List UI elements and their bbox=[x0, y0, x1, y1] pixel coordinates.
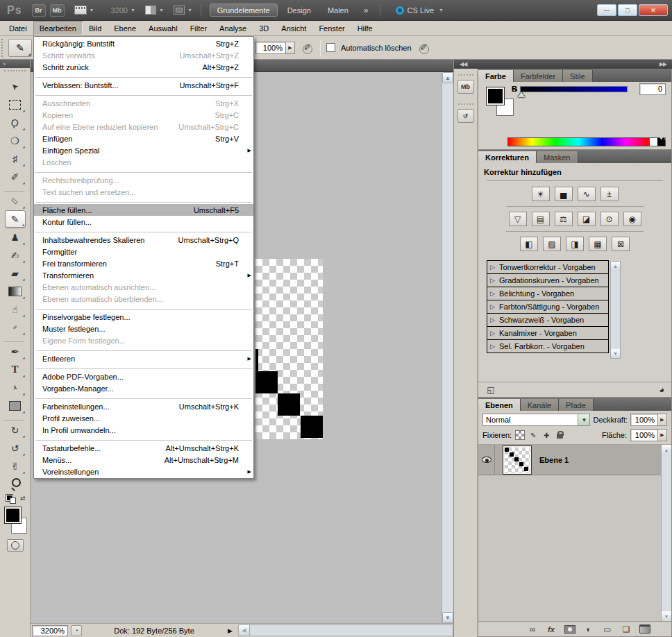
status-zoom-input[interactable]: 3200% bbox=[32, 625, 68, 636]
adjustment-preset-row[interactable]: ▷ Farbton/Sättigung - Vorgaben bbox=[487, 300, 609, 314]
link-layers-icon[interactable]: ∞ bbox=[527, 624, 538, 635]
status-menu-arrow-icon[interactable]: ▶ bbox=[228, 627, 233, 634]
menu-filter[interactable]: Filter bbox=[184, 21, 213, 35]
tablet-pressure-size-icon[interactable]: ✐ bbox=[417, 41, 431, 55]
layer-opacity-input[interactable]: 100% bbox=[630, 414, 658, 426]
mini-bridge-panel-icon[interactable]: Mb bbox=[457, 80, 474, 94]
menu-ansicht[interactable]: Ansicht bbox=[275, 21, 312, 35]
scroll-down-button[interactable]: ▼ bbox=[611, 349, 620, 358]
zoom-tool[interactable] bbox=[5, 475, 26, 493]
posterize-icon[interactable]: ▨ bbox=[543, 237, 561, 251]
adjustment-preset-row[interactable]: ▷ Schwarzweiß - Vorgaben bbox=[487, 313, 609, 327]
edit-menu-item[interactable]: Kopieren Strg+C bbox=[34, 109, 253, 121]
swap-colors-icon[interactable]: ⇄ bbox=[20, 495, 26, 502]
edit-menu-item[interactable]: Einfügen Strg+V bbox=[34, 133, 253, 144]
invert-icon[interactable]: ◧ bbox=[520, 237, 538, 251]
layers-scrollbar[interactable]: ▲ ▼ bbox=[661, 445, 671, 621]
zoom-level-dropdown[interactable]: 3200 ▼ bbox=[104, 6, 135, 15]
edit-menu-item[interactable]: Verblassen: Buntstift... Umschalt+Strg+F bbox=[34, 79, 253, 91]
expanded-view-icon[interactable]: ◱ bbox=[485, 384, 496, 396]
rectangle-tool[interactable] bbox=[5, 397, 26, 414]
edit-menu-item[interactable]: Inhaltsbewahrendes Skalieren Umschalt+St… bbox=[34, 234, 253, 246]
layer-style-icon[interactable]: fx bbox=[546, 624, 557, 635]
adjustment-preset-row[interactable]: ▷ Kanalmixer - Vorgaben bbox=[487, 326, 609, 340]
adjustment-preset-row[interactable]: ▷ Sel. Farbkorr. - Vorgaben bbox=[487, 339, 609, 353]
scroll-up-button[interactable]: ▲ bbox=[611, 262, 620, 271]
scroll-down-button[interactable]: ▼ bbox=[442, 612, 453, 623]
tools-panel-collapse[interactable]: » bbox=[0, 60, 30, 68]
opacity-spinner-button[interactable]: ▶ bbox=[286, 42, 295, 54]
default-colors-control[interactable]: ⇄ bbox=[5, 495, 26, 504]
edit-menu-item-flaeche-fuellen[interactable]: Fläche füllen... Umschalt+F5 bbox=[34, 204, 253, 216]
tab-korrekturen[interactable]: Korrekturen bbox=[478, 151, 537, 163]
crop-tool[interactable]: ♯ bbox=[5, 150, 26, 167]
auto-erase-checkbox[interactable] bbox=[326, 43, 335, 52]
fill-spinner-button[interactable]: ▶ bbox=[658, 429, 667, 441]
color-balance-icon[interactable]: ⚖ bbox=[555, 212, 573, 226]
edit-menu-item[interactable]: Ausschneiden Strg+X bbox=[34, 97, 253, 109]
workspace-design[interactable]: Design bbox=[280, 3, 318, 17]
channel-mixer-icon[interactable]: ◉ bbox=[623, 212, 641, 226]
menu-hilfe[interactable]: Hilfe bbox=[351, 21, 379, 35]
quick-selection-tool[interactable]: ❍ bbox=[5, 132, 26, 149]
edit-menu-item[interactable]: In Profil umwandeln... bbox=[34, 424, 253, 436]
color-spectrum-ramp[interactable] bbox=[507, 137, 666, 146]
lock-pixels-icon[interactable]: ✎ bbox=[528, 430, 538, 440]
edit-menu-item[interactable]: Farbeinstellungen... Umschalt+Strg+K bbox=[34, 400, 253, 412]
adjustment-preset-row[interactable]: ▷ Gradationskurven - Vorgaben bbox=[487, 273, 609, 287]
strip-grip[interactable] bbox=[458, 74, 473, 76]
history-panel-icon[interactable]: ↺ bbox=[457, 109, 474, 123]
edit-menu-item[interactable]: Tastaturbefehle... Alt+Umschalt+Strg+K bbox=[34, 442, 253, 454]
edit-menu-item[interactable]: Voreinstellungen bbox=[34, 466, 253, 477]
3d-rotate-tool[interactable]: ↻ bbox=[5, 421, 26, 439]
adjustment-preset-row[interactable]: ▷ Belichtung - Vorgaben bbox=[487, 287, 609, 300]
expand-arrow-icon[interactable]: ▷ bbox=[490, 264, 495, 271]
strip-grip[interactable] bbox=[458, 103, 473, 105]
gradient-tool[interactable] bbox=[5, 282, 26, 300]
gradient-map-icon[interactable]: ▦ bbox=[589, 237, 607, 251]
brightness-contrast-icon[interactable]: ☀ bbox=[532, 187, 550, 201]
spot-healing-brush-tool[interactable]: ▭ bbox=[5, 192, 26, 210]
tools-panel-grip[interactable] bbox=[4, 70, 26, 76]
workspace-grundelemente[interactable]: Grundelemente bbox=[210, 3, 278, 17]
edit-menu-item[interactable]: Ebenen automatisch ausrichten... bbox=[34, 281, 253, 293]
options-bar-handle[interactable] bbox=[1, 39, 6, 57]
tab-pfade[interactable]: Pfade bbox=[559, 399, 594, 411]
threshold-icon[interactable]: ◨ bbox=[566, 237, 584, 251]
layer-mask-icon[interactable] bbox=[564, 625, 576, 634]
tab-kanaele[interactable]: Kanäle bbox=[521, 399, 559, 411]
opacity-input[interactable]: 100% bbox=[255, 42, 286, 54]
scroll-up-button[interactable]: ▲ bbox=[662, 445, 671, 455]
menu-datei[interactable]: Datei bbox=[3, 21, 33, 35]
channel-value-input[interactable]: 0 bbox=[639, 83, 666, 95]
foreground-color-swatch[interactable] bbox=[5, 507, 21, 523]
new-layer-icon[interactable]: ❏ bbox=[621, 624, 632, 635]
visibility-cell[interactable] bbox=[478, 445, 495, 475]
timer-icon[interactable]: ◔ bbox=[71, 625, 82, 636]
black-white-icon[interactable]: ◪ bbox=[578, 212, 596, 226]
mini-bridge-button[interactable]: Mb bbox=[50, 4, 65, 17]
adjustment-preset-row[interactable]: ▷ Tonwertkorrektur - Vorgaben bbox=[487, 260, 609, 274]
lock-transparency-icon[interactable] bbox=[515, 430, 525, 440]
pencil-tool[interactable]: ✎ bbox=[5, 210, 26, 228]
menu-3d[interactable]: 3D bbox=[253, 21, 275, 35]
minimize-button[interactable]: — bbox=[597, 4, 616, 16]
edit-menu-item[interactable]: Text suchen und ersetzen... bbox=[34, 186, 253, 198]
edit-menu-item[interactable]: Frei transformieren Strg+T bbox=[34, 257, 253, 269]
tab-stile[interactable]: Stile bbox=[563, 70, 592, 82]
channel-slider[interactable] bbox=[520, 86, 628, 92]
smudge-tool[interactable]: ☝ bbox=[5, 300, 26, 318]
expand-arrow-icon[interactable]: ▷ bbox=[490, 330, 495, 337]
presets-scrollbar[interactable]: ▲ ▼ bbox=[610, 261, 621, 359]
layer-group-icon[interactable]: ▭ bbox=[602, 624, 613, 635]
tab-farbe[interactable]: Farbe bbox=[478, 70, 514, 82]
edit-menu-item[interactable]: Ebenen automatisch überblenden... bbox=[34, 293, 253, 305]
edit-menu-item[interactable]: Profil zuweisen... bbox=[34, 412, 253, 424]
expand-arrow-icon[interactable]: ▷ bbox=[490, 290, 495, 297]
scroll-down-button[interactable]: ▼ bbox=[662, 611, 671, 621]
expand-arrow-icon[interactable]: ▷ bbox=[490, 303, 495, 310]
menu-fenster[interactable]: Fenster bbox=[312, 21, 351, 35]
move-tool[interactable]: ➤ bbox=[5, 78, 26, 95]
lock-all-icon[interactable] bbox=[555, 430, 564, 440]
menu-analyse[interactable]: Analyse bbox=[213, 21, 253, 35]
